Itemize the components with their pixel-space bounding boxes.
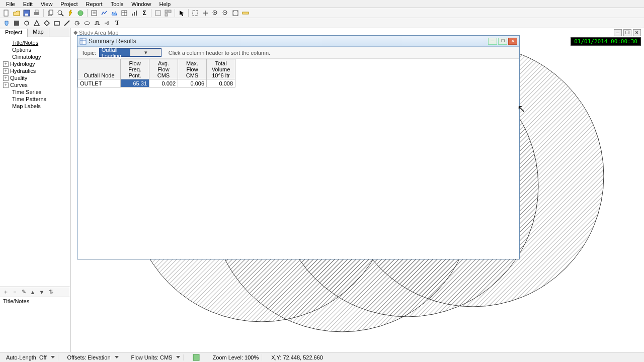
- menu-help[interactable]: Help: [155, 1, 175, 7]
- measure-icon[interactable]: [241, 9, 250, 18]
- conduit-icon[interactable]: [62, 19, 71, 28]
- status-run-indicator: [190, 354, 203, 361]
- menu-edit[interactable]: Edit: [19, 1, 37, 7]
- svg-rect-22: [165, 14, 168, 16]
- svg-rect-4: [35, 10, 38, 12]
- pointer-icon[interactable]: [177, 9, 186, 18]
- tree-options[interactable]: Options: [1, 46, 69, 53]
- maximize-button[interactable]: ☐: [498, 38, 507, 45]
- minimize-button[interactable]: ─: [488, 38, 497, 45]
- table-row[interactable]: OUTLET 65.31 0.002 0.006 0.008: [78, 79, 235, 87]
- chevron-down-icon[interactable]: [115, 356, 119, 358]
- cell-total-vol[interactable]: 0.008: [207, 79, 235, 87]
- delete-item-icon[interactable]: －: [11, 289, 18, 296]
- status-flow-units[interactable]: Flow Units: CMS: [128, 354, 184, 360]
- menu-file[interactable]: File: [2, 1, 19, 7]
- add-item-icon[interactable]: ＋: [2, 289, 9, 296]
- tree-title-notes[interactable]: Title/Notes: [1, 39, 69, 46]
- move-up-icon[interactable]: ▲: [29, 289, 36, 296]
- cell-flow-freq[interactable]: 65.31: [121, 79, 149, 87]
- close-button[interactable]: ✕: [508, 38, 517, 45]
- tree-time-patterns[interactable]: Time Patterns: [1, 96, 69, 103]
- label-icon[interactable]: T: [113, 19, 122, 28]
- chevron-down-icon[interactable]: [176, 356, 180, 358]
- pump-icon[interactable]: [72, 19, 82, 28]
- window-titlebar[interactable]: Summary Results ─ ☐ ✕: [77, 36, 519, 47]
- storage-icon[interactable]: [52, 19, 61, 28]
- col-avg-flow[interactable]: Avg. Flow CMS: [149, 59, 178, 79]
- tree-hydrology[interactable]: +Hydrology: [1, 60, 69, 67]
- subcatchment-icon[interactable]: [12, 19, 21, 28]
- sort-icon[interactable]: ⇅: [47, 289, 54, 296]
- full-extent-icon[interactable]: [231, 9, 240, 18]
- save-icon[interactable]: [22, 9, 31, 18]
- col-flow-freq[interactable]: Flow Freq. Pcnt.: [121, 59, 149, 79]
- project-tree[interactable]: Title/Notes Options Climatology +Hydrolo…: [0, 37, 70, 287]
- orifice-icon[interactable]: [83, 19, 92, 28]
- tree-time-series[interactable]: Time Series: [1, 88, 69, 96]
- cell-max-flow[interactable]: 0.006: [178, 79, 207, 87]
- sum-icon[interactable]: Σ: [140, 9, 149, 18]
- select-region-icon[interactable]: [191, 9, 200, 18]
- item-list-panel: ＋ － ✎ ▲ ▼ ⇅ Title/Notes: [0, 287, 70, 352]
- cell-node-name[interactable]: OUTLET: [78, 79, 121, 87]
- tab-map[interactable]: Map: [28, 28, 49, 37]
- arrange-icon[interactable]: [164, 9, 173, 18]
- col-max-flow[interactable]: Max. Flow CMS: [178, 59, 207, 79]
- svg-rect-2: [25, 14, 28, 16]
- status-report-icon[interactable]: [90, 9, 99, 18]
- results-table[interactable]: Outfall Node Flow Freq. Pcnt. Avg. Flow …: [77, 59, 235, 87]
- new-file-icon[interactable]: [2, 9, 11, 18]
- junction-icon[interactable]: [22, 19, 31, 28]
- move-down-icon[interactable]: ▼: [38, 289, 45, 296]
- expander-icon[interactable]: +: [3, 75, 9, 81]
- expander-icon[interactable]: +: [3, 68, 9, 74]
- raingage-icon[interactable]: [2, 19, 11, 28]
- options-icon[interactable]: [153, 9, 163, 18]
- cell-avg-flow[interactable]: 0.002: [149, 79, 178, 87]
- run-icon[interactable]: [66, 9, 75, 18]
- outlet-icon[interactable]: [103, 19, 112, 28]
- status-offsets[interactable]: Offsets: Elevation: [64, 354, 122, 360]
- chevron-down-icon[interactable]: ▾: [130, 49, 161, 56]
- tree-map-labels[interactable]: Map Labels: [1, 103, 69, 110]
- menu-project[interactable]: Project: [56, 1, 82, 7]
- weir-icon[interactable]: [93, 19, 102, 28]
- menu-view[interactable]: View: [37, 1, 57, 7]
- tree-climatology[interactable]: Climatology: [1, 53, 69, 60]
- open-file-icon[interactable]: [12, 9, 21, 18]
- edit-item-icon[interactable]: ✎: [20, 289, 27, 296]
- menu-window[interactable]: Window: [127, 1, 155, 7]
- status-auto-length[interactable]: Auto-Length: Off: [3, 354, 58, 360]
- col-outfall-node[interactable]: Outfall Node: [78, 59, 121, 79]
- profile-icon[interactable]: [110, 9, 119, 18]
- query-icon[interactable]: [76, 9, 85, 18]
- menu-report[interactable]: Report: [82, 1, 107, 7]
- map-area[interactable]: ◆ Study Area Map ─ ❐ ✕ 01/01/2014 00:00:…: [70, 28, 644, 352]
- pan-icon[interactable]: [201, 9, 210, 18]
- graph-icon[interactable]: [100, 9, 109, 18]
- topic-dropdown[interactable]: Outfall Loading ▾: [99, 48, 162, 57]
- zoom-in-icon[interactable]: [211, 9, 220, 18]
- table-icon[interactable]: [120, 9, 129, 18]
- tab-project[interactable]: Project: [0, 29, 28, 37]
- table-icon: [79, 38, 87, 45]
- svg-rect-0: [4, 10, 8, 16]
- chevron-down-icon[interactable]: [51, 356, 55, 358]
- copy-icon[interactable]: [46, 9, 55, 18]
- tree-hydraulics[interactable]: +Hydraulics: [1, 67, 69, 74]
- tree-quality[interactable]: +Quality: [1, 74, 69, 81]
- print-icon[interactable]: [32, 9, 41, 18]
- topic-value: Outfall Loading: [100, 47, 130, 59]
- divider-icon[interactable]: [42, 19, 51, 28]
- svg-point-32: [25, 21, 29, 25]
- outfall-icon[interactable]: [32, 19, 41, 28]
- menu-tools[interactable]: Tools: [107, 1, 128, 7]
- zoom-out-icon[interactable]: [221, 9, 230, 18]
- expander-icon[interactable]: +: [3, 82, 9, 88]
- stats-icon[interactable]: [130, 9, 139, 18]
- expander-icon[interactable]: +: [3, 61, 9, 67]
- find-icon[interactable]: [56, 9, 65, 18]
- tree-curves[interactable]: +Curves: [1, 81, 69, 88]
- col-total-volume[interactable]: Total Volume 10^6 ltr: [207, 59, 235, 79]
